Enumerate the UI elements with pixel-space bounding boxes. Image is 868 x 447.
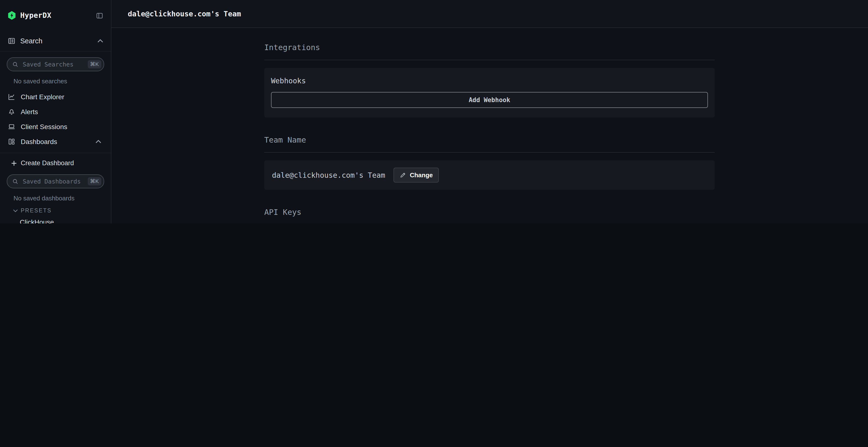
nav-label: Alerts (21, 108, 38, 115)
pencil-icon (400, 172, 406, 178)
bell-icon (8, 108, 16, 115)
saved-dashboards-input[interactable]: ⌘K (7, 174, 104, 188)
presets-label: PRESETS (21, 208, 52, 213)
create-dashboard-button[interactable]: Create Dashboard (7, 160, 104, 167)
sidebar-item-chart-explorer[interactable]: Chart Explorer (8, 93, 103, 101)
collapse-sidebar-icon[interactable] (96, 12, 103, 19)
team-name-value: dale@clickhouse.com's Team (272, 171, 385, 179)
shortcut-badge: ⌘K (88, 60, 101, 68)
dashboards-icon (8, 138, 16, 145)
nav-label: Chart Explorer (21, 93, 64, 101)
webhooks-title: Webhooks (271, 77, 708, 85)
nav-label: Client Sessions (21, 123, 67, 131)
saved-searches-input[interactable]: ⌘K (7, 57, 104, 71)
section-divider (264, 60, 715, 60)
hyperdx-app: HyperDX Search ⌘K No saved sea (0, 0, 868, 224)
chevron-down-icon (13, 209, 18, 212)
sidebar: HyperDX Search ⌘K No saved sea (0, 0, 112, 224)
change-label: Change (410, 171, 433, 179)
hyperdx-logo-icon (8, 11, 16, 20)
api-keys-section-title: API Keys (264, 208, 715, 217)
saved-searches-field[interactable] (22, 60, 84, 68)
add-webhook-button[interactable]: Add Webhook (271, 92, 708, 108)
page-title: dale@clickhouse.com's Team (128, 9, 241, 18)
section-divider (264, 152, 715, 153)
sidebar-nav: Chart Explorer Alerts Client Sessions (7, 93, 104, 145)
webhooks-card: Webhooks Add Webhook (264, 68, 715, 117)
page-header: dale@clickhouse.com's Team (111, 0, 868, 28)
sidebar-divider (0, 153, 111, 153)
sidebar-item-dashboards[interactable]: Dashboards (8, 138, 103, 145)
no-saved-searches-note: No saved searches (13, 77, 104, 85)
team-name-card: dale@clickhouse.com's Team Change (264, 161, 715, 190)
search-icon (12, 61, 18, 67)
plus-icon (11, 160, 17, 166)
laptop-icon (8, 123, 16, 131)
saved-dashboards-field[interactable] (22, 177, 84, 185)
change-team-name-button[interactable]: Change (394, 168, 439, 182)
search-section-label: Search (20, 37, 42, 45)
search-section-icon (8, 37, 16, 45)
chevron-up-icon (97, 39, 103, 43)
settings-scroll-area[interactable]: Integrations Webhooks Add Webhook Team N… (111, 28, 868, 224)
shortcut-badge: ⌘K (88, 177, 101, 185)
sidebar-item-search[interactable]: Search (0, 37, 111, 45)
nav-label: Dashboards (21, 138, 57, 145)
main-area: dale@clickhouse.com's Team Integrations … (111, 0, 868, 224)
team-name-section-title: Team Name (264, 135, 715, 144)
preset-item-clickhouse[interactable]: ClickHouse (7, 218, 104, 224)
integrations-section-title: Integrations (264, 43, 715, 52)
presets-toggle[interactable]: PRESETS (7, 208, 104, 213)
sidebar-item-client-sessions[interactable]: Client Sessions (8, 123, 103, 131)
chevron-up-icon (95, 140, 101, 143)
chart-explorer-icon (8, 93, 16, 101)
no-saved-dashboards-note: No saved dashboards (13, 195, 104, 202)
sidebar-item-alerts[interactable]: Alerts (8, 108, 103, 115)
logo-row: HyperDX (0, 0, 111, 20)
app-title: HyperDX (20, 11, 51, 20)
create-dashboard-label: Create Dashboard (21, 160, 74, 167)
search-icon (12, 178, 18, 184)
